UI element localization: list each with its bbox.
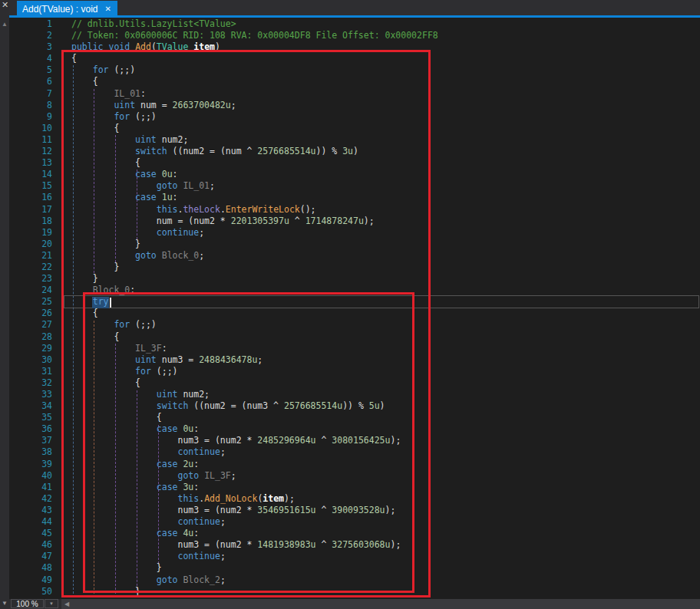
line-number: 26 <box>9 308 52 319</box>
scroll-up-icon[interactable]: ▲ <box>0 20 9 29</box>
code-line[interactable]: { <box>71 123 438 134</box>
line-number: 17 <box>9 204 52 216</box>
tab-label: Add(TValue) : void <box>22 4 98 15</box>
line-number: 27 <box>9 319 52 331</box>
line-number: 28 <box>9 331 52 343</box>
line-number: 9 <box>9 111 52 123</box>
code-line[interactable]: continue; <box>71 551 438 562</box>
code-line[interactable]: uint num2; <box>71 389 438 400</box>
line-number: 13 <box>9 157 52 169</box>
close-icon[interactable]: ✕ <box>1 0 9 10</box>
line-number: 12 <box>9 146 52 157</box>
status-bar: 100 % ▼ ◀ <box>0 599 700 609</box>
code-line[interactable]: { <box>71 76 438 87</box>
zoom-dropdown-button[interactable]: ▼ <box>45 599 58 608</box>
code-line[interactable]: { <box>71 331 438 343</box>
code-line[interactable]: num3 = (num2 * 2485296964u ^ 3080156425u… <box>71 435 438 446</box>
code-line[interactable]: for (;;) <box>71 64 438 76</box>
horizontal-scrollbar[interactable]: ◀ <box>61 599 700 609</box>
line-number: 41 <box>9 482 52 493</box>
line-number: 21 <box>9 250 52 262</box>
code-line[interactable]: case 0u: <box>71 169 438 180</box>
line-number: 34 <box>9 400 52 412</box>
code-line[interactable]: { <box>71 157 438 169</box>
code-line[interactable]: case 2u: <box>71 459 438 470</box>
line-number: 15 <box>9 180 52 192</box>
line-number: 18 <box>9 216 52 227</box>
scroll-left-icon[interactable]: ◀ <box>64 601 69 607</box>
code-editor[interactable]: 1234567891011121314151617181920212223242… <box>9 18 700 599</box>
line-number: 50 <box>9 586 52 597</box>
line-number: 48 <box>9 562 52 574</box>
code-line[interactable]: { <box>71 53 438 64</box>
line-number: 35 <box>9 412 52 423</box>
code-line[interactable]: case 1u: <box>71 192 438 203</box>
line-number: 37 <box>9 435 52 446</box>
code-line[interactable]: this.Add_NoLock(item); <box>71 493 438 505</box>
code-line[interactable]: num3 = (num2 * 3546951615u ^ 390093528u)… <box>71 505 438 516</box>
line-number: 32 <box>9 377 52 389</box>
line-number: 19 <box>9 227 52 239</box>
code-line[interactable]: case 0u: <box>71 423 438 435</box>
code-line[interactable]: for (;;) <box>71 366 438 377</box>
line-number: 4 <box>9 53 52 64</box>
tab-add-tvalue[interactable]: Add(TValue) : void ✕ <box>17 1 117 18</box>
code-line[interactable]: switch ((num2 = (num3 ^ 2576685514u)) % … <box>71 400 438 412</box>
code-line[interactable]: // dnlib.Utils.LazyList<TValue> <box>71 18 438 30</box>
code-line[interactable]: case 3u: <box>71 482 438 493</box>
code-line[interactable]: } <box>71 586 438 597</box>
line-number: 38 <box>9 446 52 458</box>
line-number: 46 <box>9 539 52 551</box>
code-line[interactable]: try <box>71 296 438 308</box>
code-line[interactable]: continue; <box>71 446 438 458</box>
code-line[interactable]: for (;;) <box>71 319 438 331</box>
line-number: 36 <box>9 423 52 435</box>
code-line[interactable]: case 4u: <box>71 528 438 539</box>
code-line[interactable]: goto Block_2; <box>71 574 438 586</box>
code-line[interactable]: switch ((num2 = (num ^ 2576685514u)) % 3… <box>71 146 438 157</box>
code-line[interactable]: IL_3F: <box>71 343 438 354</box>
code-line[interactable]: num3 = (num2 * 1481938983u ^ 3275603068u… <box>71 539 438 551</box>
code-line[interactable]: // Token: 0x0600006C RID: 108 RVA: 0x000… <box>71 30 438 41</box>
line-number: 5 <box>9 64 52 76</box>
vertical-scrollbar[interactable]: ✕ ▲ ▼ <box>0 0 9 609</box>
code-line[interactable]: uint num = 2663700482u; <box>71 100 438 111</box>
code-line[interactable]: continue; <box>71 227 438 239</box>
zoom-level-control[interactable]: 100 % <box>11 599 44 608</box>
line-number: 11 <box>9 134 52 146</box>
code-line[interactable]: goto IL_01; <box>71 180 438 192</box>
code-line[interactable]: public void Add(TValue item) <box>71 41 438 53</box>
code-line[interactable]: { <box>71 377 438 389</box>
code-line[interactable]: uint num3 = 2488436478u; <box>71 354 438 366</box>
code-line[interactable]: continue; <box>71 516 438 528</box>
line-number: 39 <box>9 459 52 470</box>
code-line[interactable]: Block_0: <box>71 285 438 296</box>
decompiler-window: Add(TValue) : void ✕ 1234567891011121314… <box>0 0 700 609</box>
line-number: 25 <box>9 296 52 308</box>
scroll-down-icon[interactable]: ▼ <box>0 599 9 608</box>
line-number: 1 <box>9 18 52 30</box>
line-number: 49 <box>9 574 52 586</box>
code-line[interactable]: num = (num2 * 2201305397u ^ 1714878247u)… <box>71 216 438 227</box>
code-line[interactable]: for (;;) <box>71 111 438 123</box>
code-lines[interactable]: // dnlib.Utils.LazyList<TValue>// Token:… <box>71 18 438 597</box>
code-line[interactable]: } <box>71 262 438 273</box>
code-line[interactable]: uint num2; <box>71 134 438 146</box>
line-number: 31 <box>9 366 52 377</box>
text-caret <box>110 298 111 308</box>
code-line[interactable]: } <box>71 273 438 285</box>
code-line[interactable]: goto Block_0; <box>71 250 438 262</box>
line-number: 8 <box>9 100 52 111</box>
code-line[interactable]: IL_01: <box>71 88 438 100</box>
line-number: 6 <box>9 76 52 87</box>
line-number: 2 <box>9 30 52 41</box>
code-line[interactable]: { <box>71 308 438 319</box>
code-line[interactable]: this.theLock.EnterWriteLock(); <box>71 204 438 216</box>
line-number: 14 <box>9 169 52 180</box>
line-number: 23 <box>9 273 52 285</box>
code-line[interactable]: } <box>71 562 438 574</box>
tab-close-icon[interactable]: ✕ <box>105 5 111 13</box>
code-line[interactable]: } <box>71 239 438 250</box>
code-line[interactable]: goto IL_3F; <box>71 470 438 482</box>
code-line[interactable]: { <box>71 412 438 423</box>
